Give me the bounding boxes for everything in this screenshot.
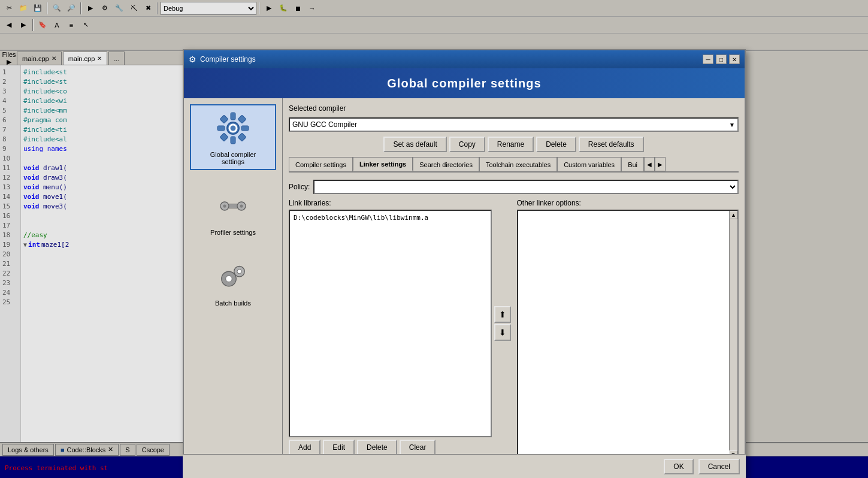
tab-toolchain[interactable]: Toolchain executables [479, 157, 557, 171]
global-compiler-icon [214, 109, 252, 147]
tab-search-directories[interactable]: Search directories [413, 157, 479, 171]
add-button[interactable]: Add [289, 440, 320, 455]
other-linker-options-label: Other linker options: [517, 199, 739, 207]
ok-button[interactable]: OK [664, 459, 693, 474]
rename-button[interactable]: Rename [488, 137, 534, 152]
sidebar-label-profiler: Profiler settings [210, 229, 256, 236]
compiler-settings-dialog: ⚙ Compiler settings ─ □ ✕ Global compile… [183, 49, 746, 478]
ide-background: ✂ 📁 💾 🔍 🔎 ▶ ⚙ 🔧 ⛏ ✖ Debug ▶ 🐛 ⏹ → ◀ ▶ [0, 0, 868, 478]
compiler-dropdown-row: GNU GCC Compiler ▼ [289, 117, 739, 132]
settings-tabs: Compiler settings Linker settings Search… [289, 157, 739, 173]
tab-compiler-settings[interactable]: Compiler settings [289, 157, 353, 171]
other-linker-options-listbox[interactable]: ▲ ▼ [517, 210, 739, 460]
selected-compiler-label: Selected compiler [289, 104, 346, 113]
dialog-title-icon: ⚙ [189, 55, 196, 64]
dialog-sidebar: Global compilersettings [184, 98, 283, 478]
listbox-item-libwinmm[interactable]: D:\codeblocks\MinGW\lib\libwinmm.a [292, 213, 488, 222]
sidebar-label-batch: Batch builds [215, 299, 251, 307]
two-column-area: Link libraries: D:\codeblocks\MinGW\lib\… [289, 199, 739, 473]
svg-rect-8 [220, 133, 228, 141]
scrollbar-up[interactable]: ▲ [730, 211, 737, 219]
dialog-title-text: Compiler settings [200, 55, 256, 63]
compiler-dropdown[interactable]: GNU GCC Compiler ▼ [289, 117, 739, 132]
dialog-main-content: Selected compiler GNU GCC Compiler ▼ Set… [283, 98, 745, 478]
dialog-footer: OK Cancel [183, 454, 746, 478]
reset-defaults-button[interactable]: Reset defaults [579, 137, 644, 152]
svg-rect-2 [231, 113, 235, 120]
policy-dropdown[interactable] [313, 180, 739, 194]
maximize-button[interactable]: □ [716, 55, 727, 64]
svg-rect-7 [238, 115, 246, 123]
tab-linker-settings[interactable]: Linker settings [353, 157, 413, 171]
svg-point-14 [240, 204, 243, 207]
svg-point-18 [237, 270, 241, 274]
clear-button[interactable]: Clear [400, 440, 436, 455]
dialog-body: Global compilersettings [184, 98, 745, 478]
dialog-titlebar: ⚙ Compiler settings ─ □ ✕ [184, 50, 745, 68]
svg-rect-5 [241, 126, 249, 131]
cancel-button[interactable]: Cancel [698, 459, 740, 474]
minimize-button[interactable]: ─ [703, 55, 713, 64]
profiler-icon [214, 187, 252, 225]
link-libraries-label: Link libraries: [289, 199, 511, 207]
sidebar-item-profiler[interactable]: Profiler settings [190, 182, 276, 241]
dropdown-arrow: ▼ [729, 122, 735, 128]
edit-button[interactable]: Edit [323, 440, 355, 455]
svg-rect-9 [238, 133, 246, 141]
copy-button[interactable]: Copy [449, 137, 485, 152]
titlebar-left: ⚙ Compiler settings [189, 55, 256, 64]
linker-options-scrollbar[interactable]: ▲ ▼ [729, 211, 737, 459]
action-buttons: Add Edit Delete Clear [289, 440, 511, 455]
window-controls: ─ □ ✕ [703, 55, 740, 64]
tab-scroll-right[interactable]: ▶ [655, 157, 666, 171]
move-up-button[interactable]: ⬆ [494, 306, 511, 323]
set-as-default-button[interactable]: Set as default [383, 137, 446, 152]
delete-item-button[interactable]: Delete [357, 440, 397, 455]
tab-scroll-left[interactable]: ◀ [644, 157, 655, 171]
tab-bui[interactable]: Bui [621, 157, 644, 171]
sidebar-item-batch[interactable]: Batch builds [190, 253, 276, 311]
svg-rect-3 [231, 137, 235, 144]
dialog-banner: Global compiler settings [184, 68, 745, 98]
policy-label: Policy: [289, 183, 310, 191]
svg-point-13 [223, 204, 226, 207]
delete-compiler-button[interactable]: Delete [536, 137, 576, 152]
batch-builds-icon [214, 258, 252, 296]
sidebar-item-global-compiler[interactable]: Global compilersettings [190, 104, 276, 170]
selected-compiler-row: Selected compiler [289, 104, 739, 113]
policy-row: Policy: [289, 180, 739, 194]
other-linker-options-col: Other linker options: ▲ ▼ [517, 199, 739, 473]
link-libraries-listbox[interactable]: D:\codeblocks\MinGW\lib\libwinmm.a [289, 210, 492, 437]
link-libraries-col: Link libraries: D:\codeblocks\MinGW\lib\… [289, 199, 511, 473]
sidebar-label-global: Global compilersettings [210, 151, 256, 165]
tab-custom-variables[interactable]: Custom variables [557, 157, 621, 171]
other-linker-options-area: ▲ ▼ [517, 210, 739, 460]
banner-title: Global compiler settings [387, 77, 541, 90]
compiler-buttons-row: Set as default Copy Rename Delete Reset … [289, 137, 739, 152]
move-down-button[interactable]: ⬇ [494, 324, 511, 341]
updown-buttons: ⬆ ⬇ [494, 210, 511, 437]
svg-rect-4 [217, 126, 225, 131]
svg-point-16 [226, 276, 232, 282]
svg-rect-6 [220, 115, 228, 123]
link-libraries-area: D:\codeblocks\MinGW\lib\libwinmm.a ⬆ ⬇ [289, 210, 511, 437]
compiler-value: GNU GCC Compiler [292, 120, 357, 129]
close-button[interactable]: ✕ [729, 55, 740, 64]
